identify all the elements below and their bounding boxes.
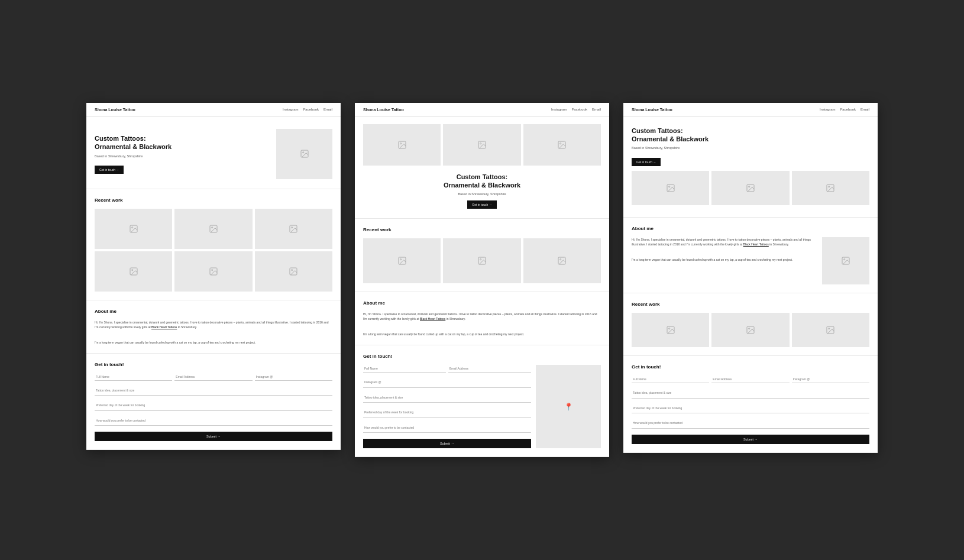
contact-right: Get in touch! Submit →	[623, 356, 878, 453]
work-img-2	[174, 209, 252, 249]
email-input-right[interactable]	[711, 376, 789, 383]
about-right-layout: Hi, I'm Shona. I specialise in ornamenta…	[632, 237, 869, 284]
preferred-day-input-middle[interactable]	[363, 407, 531, 418]
tattoo-idea-input-right[interactable]	[632, 388, 869, 399]
svg-point-37	[749, 328, 750, 329]
preferred-day-input-left[interactable]	[95, 400, 332, 411]
about-title-middle: About me	[363, 300, 601, 306]
screenshots-container: Shona Louise Tattoo Instagram Facebook E…	[15, 103, 949, 458]
form-row1-right	[632, 376, 869, 383]
brand-middle: Shona Louise Tattoo	[363, 108, 404, 112]
hero-left: Custom Tattoos:Ornamental & Blackwork Ba…	[86, 117, 341, 189]
svg-point-17	[480, 143, 481, 144]
contact-form-middle: Submit →	[363, 365, 531, 448]
form-row1-middle	[363, 365, 531, 373]
contact-left: Get in touch! Submit →	[86, 354, 341, 451]
about-para1-right: Hi, I'm Shona. I specialise in ornamenta…	[632, 237, 817, 247]
work-grid-middle	[363, 238, 601, 283]
work-img-4	[95, 251, 172, 292]
about-link-middle[interactable]: Black Heart Tattoos	[420, 317, 445, 321]
contact-pref-input-left[interactable]	[95, 415, 332, 426]
submit-btn-left[interactable]: Submit →	[95, 432, 332, 441]
nav-instagram-middle[interactable]: Instagram	[551, 108, 567, 111]
svg-point-3	[131, 226, 132, 228]
full-name-input-left[interactable]	[95, 373, 172, 381]
map-placeholder: 📍	[536, 365, 601, 448]
hero-gal-r1-img3	[792, 171, 869, 205]
nav-facebook-left[interactable]: Facebook	[303, 108, 319, 111]
hero-btn-middle[interactable]: Get in touch →	[467, 200, 496, 209]
recent-work-title-middle: Recent work	[363, 227, 601, 232]
work-img-5	[174, 251, 252, 292]
instagram-input-left[interactable]	[255, 373, 332, 381]
work-grid-left	[95, 209, 332, 292]
about-link-left[interactable]: Black Heart Tattoos	[151, 325, 177, 329]
nav-links-left: Instagram Facebook Email	[283, 108, 332, 111]
form-row1-left	[95, 373, 332, 381]
work-img-m3	[523, 238, 601, 283]
hero-title-middle: Custom Tattoos:Ornamental & Blackwork	[363, 173, 601, 190]
nav-links-middle: Instagram Facebook Email	[551, 108, 601, 111]
hero-title-right: Custom Tattoos:Ornamental & Blackwork	[632, 127, 869, 144]
contact-title-right: Get in touch!	[632, 364, 869, 370]
svg-point-25	[560, 259, 561, 260]
nav-facebook-right[interactable]: Facebook	[840, 108, 856, 111]
recent-work-left: Recent work	[86, 189, 341, 300]
nav-facebook-middle[interactable]: Facebook	[572, 108, 587, 111]
map-pin-icon: 📍	[564, 403, 573, 411]
nav-email-right[interactable]: Email	[861, 108, 869, 111]
instagram-input-middle[interactable]	[363, 377, 531, 388]
about-para1-left: Hi, I'm Shona. I specialise in ornamenta…	[95, 320, 332, 329]
hero-image-left	[276, 129, 332, 179]
work-img-m1	[363, 238, 441, 283]
preferred-day-input-right[interactable]	[632, 403, 869, 413]
hero-right-section: Custom Tattoos:Ornamental & Blackwork Ba…	[623, 117, 878, 218]
hero-gal-r1-img2	[711, 171, 789, 205]
nav-email-middle[interactable]: Email	[592, 108, 601, 111]
hero-text-left: Custom Tattoos:Ornamental & Blackwork Ba…	[95, 134, 276, 174]
work-img-m2	[443, 238, 520, 283]
hero-gallery-middle	[355, 117, 609, 166]
about-link-right[interactable]: Black Heart Tattoos	[743, 242, 769, 246]
screen-middle: Shona Louise Tattoo Instagram Facebook E…	[355, 103, 609, 458]
tattoo-idea-input-left[interactable]	[95, 385, 332, 396]
about-title-left: About me	[95, 309, 332, 314]
svg-point-39	[829, 328, 830, 329]
hero-gal-img2	[443, 124, 520, 166]
nav-instagram-left[interactable]: Instagram	[283, 108, 299, 111]
contact-pref-input-right[interactable]	[632, 418, 869, 429]
submit-btn-middle[interactable]: Submit →	[363, 439, 531, 448]
svg-point-21	[400, 259, 401, 260]
work-img-6	[255, 251, 332, 292]
nav-right: Shona Louise Tattoo Instagram Facebook E…	[623, 103, 878, 117]
nav-email-left[interactable]: Email	[324, 108, 332, 111]
submit-btn-right[interactable]: Submit →	[632, 435, 869, 444]
about-title-right: About me	[632, 226, 869, 231]
about-right-text: Hi, I'm Shona. I specialise in ornamenta…	[632, 237, 817, 284]
contact-pref-input-middle[interactable]	[363, 422, 531, 433]
full-name-input-middle[interactable]	[363, 365, 446, 373]
email-input-middle[interactable]	[448, 365, 531, 373]
hero-btn-right[interactable]: Get in touch →	[632, 158, 661, 166]
nav-instagram-right[interactable]: Instagram	[820, 108, 836, 111]
work-img-r1	[632, 313, 709, 347]
about-image-right	[822, 237, 869, 284]
hero-right-text: Custom Tattoos:Ornamental & Blackwork Ba…	[632, 127, 869, 167]
hero-right-top: Custom Tattoos:Ornamental & Blackwork Ba…	[632, 127, 869, 167]
nav-left: Shona Louise Tattoo Instagram Facebook E…	[86, 103, 341, 117]
about-right: About me Hi, I'm Shona. I specialise in …	[623, 218, 878, 293]
hero-gal-img3	[523, 124, 601, 166]
hero-btn-left[interactable]: Get in touch →	[95, 166, 124, 174]
full-name-input-right[interactable]	[632, 376, 709, 383]
instagram-input-right[interactable]	[792, 376, 869, 383]
svg-point-23	[480, 259, 481, 260]
recent-work-middle: Recent work	[355, 219, 609, 292]
brand-right: Shona Louise Tattoo	[632, 108, 672, 112]
svg-point-27	[668, 186, 669, 187]
tattoo-idea-input-middle[interactable]	[363, 392, 531, 403]
hero-gal-img1	[363, 124, 441, 166]
svg-point-9	[131, 269, 132, 270]
about-para2-middle: I'm a long term vegan that can usually b…	[363, 332, 601, 336]
svg-point-29	[749, 186, 750, 187]
email-input-left[interactable]	[174, 373, 252, 381]
